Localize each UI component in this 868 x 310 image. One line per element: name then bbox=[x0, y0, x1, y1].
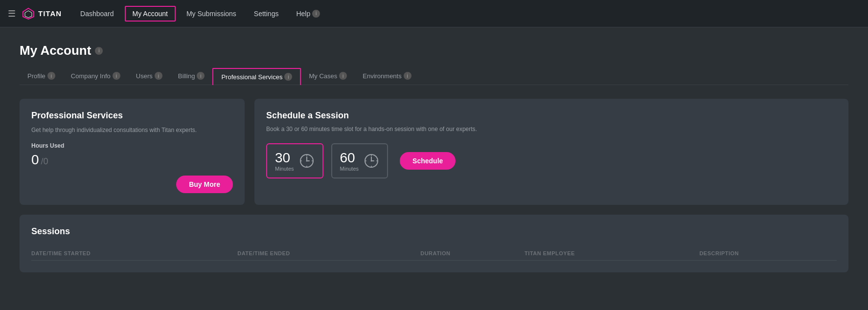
nav-help[interactable]: Help i bbox=[289, 7, 327, 21]
top-navigation: ☰ TITAN Dashboard My Account My Submissi… bbox=[0, 0, 868, 27]
cards-row: Professional Services Get help through i… bbox=[20, 99, 848, 205]
tab-billing[interactable]: Billing i bbox=[170, 68, 213, 85]
clock-60-icon bbox=[364, 153, 379, 169]
titan-logo-icon bbox=[22, 7, 35, 21]
tab-professional-services[interactable]: Professional Services i bbox=[212, 68, 301, 85]
time-option-60[interactable]: 60 Minutes bbox=[331, 143, 388, 178]
col-date-ended: DATE/TIME ENDED bbox=[237, 246, 420, 261]
col-date-started: DATE/TIME STARTED bbox=[31, 246, 237, 261]
billing-tab-info-icon: i bbox=[197, 72, 205, 80]
hours-total: /0 bbox=[41, 156, 48, 167]
professional-services-card: Professional Services Get help through i… bbox=[20, 99, 245, 205]
col-description: DESCRIPTION bbox=[699, 246, 837, 261]
page-title-info-icon[interactable]: i bbox=[95, 47, 103, 55]
logo-area: TITAN bbox=[22, 7, 62, 21]
schedule-card-desc: Book a 30 or 60 minutes time slot for a … bbox=[266, 125, 837, 133]
prof-services-card-desc: Get help through individualized consulta… bbox=[31, 126, 233, 134]
help-info-icon: i bbox=[312, 10, 320, 18]
sessions-title: Sessions bbox=[31, 226, 837, 237]
time-30-value: 30 bbox=[275, 150, 294, 166]
nav-my-submissions[interactable]: My Submissions bbox=[180, 7, 243, 21]
time-60-value: 60 bbox=[340, 150, 359, 166]
hours-value: 0 /0 bbox=[31, 152, 233, 168]
schedule-card-title: Schedule a Session bbox=[266, 111, 837, 121]
schedule-session-card: Schedule a Session Book a 30 or 60 minut… bbox=[254, 99, 848, 205]
time-60-label: Minutes bbox=[340, 166, 359, 172]
tab-profile[interactable]: Profile i bbox=[20, 68, 63, 85]
hamburger-icon[interactable]: ☰ bbox=[8, 8, 16, 19]
prof-services-card-title: Professional Services bbox=[31, 111, 233, 121]
page-title-row: My Account i bbox=[20, 43, 848, 58]
profile-tab-info-icon: i bbox=[47, 72, 55, 80]
time-options: 30 Minutes bbox=[266, 143, 837, 178]
prof-services-tab-info-icon: i bbox=[284, 73, 292, 81]
sessions-card: Sessions DATE/TIME STARTED DATE/TIME END… bbox=[20, 215, 848, 272]
company-info-tab-info-icon: i bbox=[113, 72, 120, 80]
tab-my-cases[interactable]: My Cases i bbox=[301, 68, 355, 85]
card-bottom: Buy More bbox=[31, 176, 233, 193]
col-duration: DURATION bbox=[420, 246, 525, 261]
environments-tab-info-icon: i bbox=[404, 72, 411, 80]
my-cases-tab-info-icon: i bbox=[339, 72, 347, 80]
col-titan-employee: TITAN EMPLOYEE bbox=[525, 246, 699, 261]
hours-main: 0 bbox=[31, 152, 39, 168]
svg-point-13 bbox=[371, 160, 372, 162]
logo-text: TITAN bbox=[38, 9, 62, 18]
page-title: My Account bbox=[20, 43, 91, 58]
buy-more-button[interactable]: Buy More bbox=[176, 176, 233, 193]
tab-company-info[interactable]: Company Info i bbox=[63, 68, 128, 85]
nav-my-account[interactable]: My Account bbox=[125, 6, 176, 22]
hours-used-label: Hours Used bbox=[31, 142, 233, 149]
time-30-label: Minutes bbox=[275, 166, 294, 172]
schedule-button[interactable]: Schedule bbox=[400, 152, 456, 170]
page-content: My Account i Profile i Company Info i Us… bbox=[0, 27, 868, 282]
nav-settings[interactable]: Settings bbox=[247, 7, 286, 21]
tab-environments[interactable]: Environments i bbox=[355, 68, 419, 85]
svg-point-5 bbox=[306, 160, 307, 162]
tab-users[interactable]: Users i bbox=[128, 68, 170, 85]
nav-dashboard[interactable]: Dashboard bbox=[73, 7, 121, 21]
sub-tabs: Profile i Company Info i Users i Billing… bbox=[20, 68, 848, 85]
users-tab-info-icon: i bbox=[155, 72, 162, 80]
svg-marker-1 bbox=[25, 11, 32, 18]
sessions-table: DATE/TIME STARTED DATE/TIME ENDED DURATI… bbox=[31, 246, 837, 261]
time-option-30[interactable]: 30 Minutes bbox=[266, 143, 323, 178]
clock-30-icon bbox=[299, 153, 315, 169]
